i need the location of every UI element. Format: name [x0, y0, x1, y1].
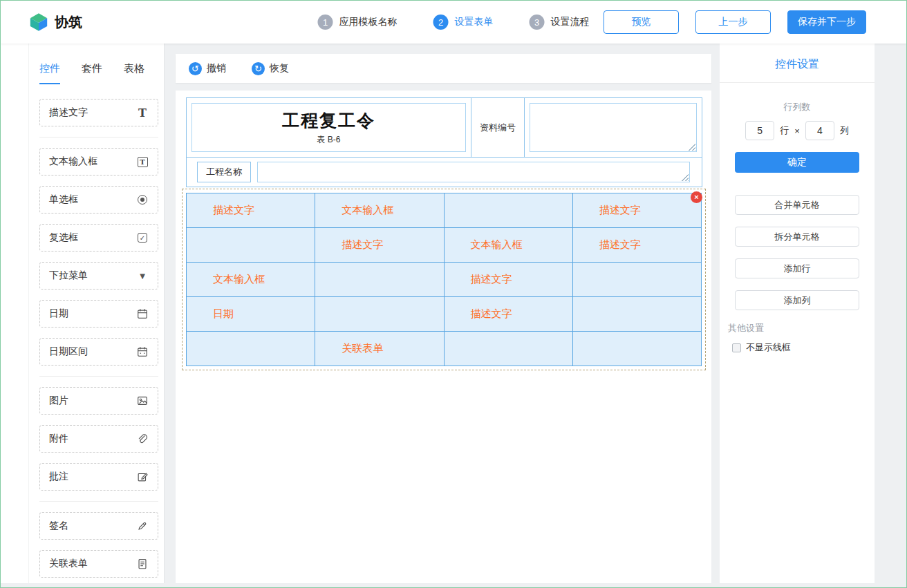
previous-step-button[interactable]: 上一步 — [695, 10, 771, 34]
table-cell-r3c4[interactable] — [572, 263, 701, 297]
undo-button[interactable]: ↺ 撤销 — [189, 62, 226, 75]
table-row: 文本输入框描述文字 — [187, 263, 702, 297]
table-cell-r1c4[interactable]: 描述文字 — [572, 193, 701, 228]
component-sidebar: 控件套件表格 描述文字T文本输入框T单选框复选框✓下拉菜单▼日期日期区间图片附件… — [1, 44, 165, 583]
table-cell-r3c3[interactable]: 描述文字 — [444, 263, 572, 297]
text-icon: T — [135, 106, 149, 120]
table-cell-r3c2[interactable] — [315, 263, 444, 297]
doc-number-input[interactable] — [530, 103, 697, 152]
table-cell-r5c1[interactable] — [187, 332, 315, 366]
form-header-block: 工程复工令 表 B-6 资料编号 工程名称 — [186, 97, 702, 187]
add-column-button[interactable]: 添加列 — [735, 290, 859, 310]
component-description-text[interactable]: 描述文字T — [39, 99, 158, 126]
component-label: 下拉菜单 — [49, 269, 88, 282]
component-label: 复选框 — [49, 231, 78, 244]
step-number: 1 — [318, 15, 333, 30]
table-row: 日期描述文字 — [187, 297, 702, 332]
merge-cells-button[interactable]: 合并单元格 — [735, 195, 859, 215]
checkbox-icon: ✓ — [135, 231, 149, 245]
table-cell-r3c1[interactable]: 文本输入框 — [187, 263, 315, 297]
component-linked-form[interactable]: 关联表单 — [39, 550, 158, 578]
checkbox-unchecked-icon — [732, 343, 741, 352]
table-cell-r5c2[interactable]: 关联表单 — [315, 332, 444, 366]
step-label: 设置表单 — [455, 16, 494, 28]
table-cell-r4c1[interactable]: 日期 — [187, 297, 315, 332]
selected-table-block[interactable]: × 描述文字文本输入框描述文字描述文字文本输入框描述文字文本输入框描述文字日期描… — [182, 189, 706, 370]
table-action-buttons: 合并单元格拆分单元格添加行添加列 — [720, 195, 875, 310]
save-and-next-button[interactable]: 保存并下一步 — [787, 10, 866, 34]
component-annotation[interactable]: 批注 — [39, 463, 158, 491]
form-subtitle: 表 B-6 — [317, 134, 340, 146]
undo-icon: ↺ — [189, 62, 202, 75]
project-name-label[interactable]: 工程名称 — [197, 162, 251, 182]
date-range-icon — [135, 345, 149, 359]
step-form-setup[interactable]: 2设置表单 — [433, 15, 494, 30]
confirm-button[interactable]: 确定 — [735, 152, 859, 173]
component-signature[interactable]: 签名 — [39, 512, 158, 540]
table-cell-r1c2[interactable]: 文本输入框 — [315, 193, 444, 228]
table-cell-r2c1[interactable] — [187, 228, 315, 263]
logo-text: 协筑 — [55, 13, 82, 32]
table-cell-r4c4[interactable] — [572, 297, 701, 332]
tab-tables[interactable]: 表格 — [124, 62, 144, 84]
component-date-range[interactable]: 日期区间 — [39, 338, 158, 366]
tab-kits[interactable]: 套件 — [82, 62, 102, 84]
settings-panel: 控件设置 行列数 行 × 列 确定 合并单元格拆分单元格添加行添加列 其他设置 … — [720, 44, 875, 583]
component-text-input[interactable]: 文本输入框T — [39, 148, 158, 176]
component-dropdown[interactable]: 下拉菜单▼ — [39, 262, 158, 290]
rows-input[interactable] — [745, 121, 774, 140]
table-cell-r5c3[interactable] — [444, 332, 572, 366]
top-header: 协筑 1应用模板名称2设置表单3设置流程 预览 上一步 保存并下一步 — [1, 1, 906, 44]
doc-number-cell — [525, 98, 702, 157]
form-title-box[interactable]: 工程复工令 表 B-6 — [191, 103, 466, 152]
date-icon — [135, 307, 149, 321]
form-canvas: 工程复工令 表 B-6 资料编号 工程名称 × 描述 — [176, 91, 711, 583]
component-list: 描述文字T文本输入框T单选框复选框✓下拉菜单▼日期日期区间图片附件批注签名关联表… — [39, 99, 158, 583]
linked-form-icon — [135, 557, 149, 571]
step-number: 2 — [433, 15, 449, 30]
step-label: 设置流程 — [551, 16, 590, 28]
step-flow-setup[interactable]: 3设置流程 — [530, 15, 590, 30]
app-window: 协筑 1应用模板名称2设置表单3设置流程 预览 上一步 保存并下一步 控件套件表… — [0, 0, 907, 588]
component-checkbox[interactable]: 复选框✓ — [39, 224, 158, 252]
component-attachment[interactable]: 附件 — [39, 425, 158, 453]
redo-icon: ↻ — [252, 62, 265, 75]
table-cell-r5c4[interactable] — [572, 332, 701, 366]
other-settings-label: 其他设置 — [728, 322, 875, 334]
table-cell-r2c4[interactable]: 描述文字 — [572, 228, 701, 263]
cols-input[interactable] — [805, 121, 834, 140]
resize-grip-icon[interactable] — [681, 173, 689, 181]
component-label: 图片 — [49, 395, 68, 407]
split-cells-button[interactable]: 拆分单元格 — [735, 227, 859, 247]
hide-border-checkbox[interactable]: 不显示线框 — [732, 341, 875, 354]
component-date[interactable]: 日期 — [39, 300, 158, 328]
doc-number-label: 资料编号 — [471, 98, 525, 157]
sidebar-divider — [39, 137, 158, 137]
table-cell-r1c3[interactable] — [444, 193, 572, 228]
resize-grip-icon[interactable] — [688, 143, 695, 151]
delete-table-button[interactable]: × — [691, 191, 702, 203]
project-name-input[interactable] — [257, 162, 690, 182]
add-row-button[interactable]: 添加行 — [735, 258, 859, 278]
component-label: 文本输入框 — [49, 155, 97, 168]
table-cell-r4c3[interactable]: 描述文字 — [444, 297, 572, 332]
step-app-template-name[interactable]: 1应用模板名称 — [318, 15, 398, 30]
component-label: 关联表单 — [49, 558, 88, 570]
step-indicator: 1应用模板名称2设置表单3设置流程 — [318, 15, 590, 30]
sidebar-tabs: 控件套件表格 — [39, 44, 158, 84]
preview-button[interactable]: 预览 — [604, 10, 679, 34]
text-input-icon: T — [135, 155, 149, 169]
tab-controls[interactable]: 控件 — [39, 62, 60, 84]
step-number: 3 — [530, 15, 545, 30]
undo-label: 撤销 — [207, 62, 226, 75]
redo-button[interactable]: ↻ 恢复 — [252, 62, 289, 75]
component-label: 单选框 — [49, 193, 78, 206]
table-row: 关联表单 — [187, 332, 702, 366]
table-cell-r4c2[interactable] — [315, 297, 444, 332]
component-image[interactable]: 图片 — [39, 387, 158, 415]
component-radio[interactable]: 单选框 — [39, 186, 158, 214]
dropdown-icon: ▼ — [135, 269, 149, 283]
table-cell-r2c2[interactable]: 描述文字 — [315, 228, 444, 263]
table-cell-r2c3[interactable]: 文本输入框 — [444, 228, 572, 263]
table-cell-r1c1[interactable]: 描述文字 — [187, 193, 315, 228]
